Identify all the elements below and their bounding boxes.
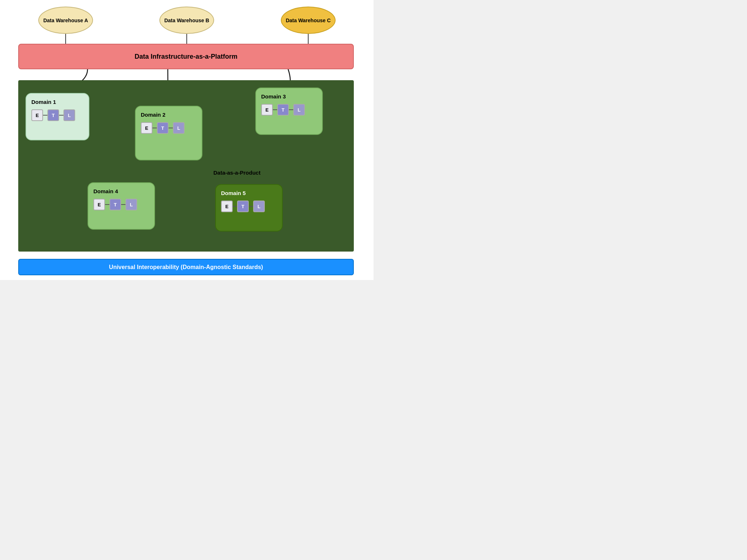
domain-5-l: L — [253, 201, 265, 212]
domain-3-title: Domain 3 — [261, 93, 317, 100]
domain-1-l: L — [63, 109, 75, 121]
domain-3-t: T — [277, 104, 289, 116]
domain-4-title: Domain 4 — [93, 188, 149, 194]
domain-1-box: Domain 1 E T L — [26, 93, 89, 140]
warehouse-a-label: Data Warehouse A — [43, 18, 88, 23]
etl-line — [273, 109, 277, 110]
domain-4-l: L — [125, 199, 137, 210]
domain-2-l: L — [173, 122, 185, 134]
domain-5-box: Domain 5 E T L — [215, 184, 283, 232]
domain-2-box: Domain 2 E T L — [135, 106, 202, 160]
warehouse-b: Data Warehouse B — [159, 7, 214, 34]
domain-1-etl: E T L — [31, 109, 84, 121]
domain-4-etl: E T L — [93, 199, 149, 210]
domain-1-title: Domain 1 — [31, 99, 84, 105]
domain-3-e: E — [261, 104, 273, 116]
bottom-bar-label: Universal Interoperability (Domain-Agnos… — [109, 264, 263, 271]
domain-5-t: T — [237, 201, 249, 212]
warehouse-b-label: Data Warehouse B — [164, 18, 209, 23]
etl-line — [152, 128, 157, 128]
domain-2-t: T — [157, 122, 169, 134]
domain-3-etl: E T L — [261, 104, 317, 116]
warehouse-a: Data Warehouse A — [38, 7, 93, 34]
domain-3-l: L — [293, 104, 305, 116]
warehouse-c: Data Warehouse C — [281, 7, 336, 34]
etl-line — [289, 109, 293, 110]
infra-bar: Data Infrastructure-as-a-Platform — [18, 44, 354, 69]
domain-4-t: T — [109, 199, 121, 210]
domain-4-e: E — [93, 199, 105, 210]
warehouse-c-label: Data Warehouse C — [286, 18, 330, 23]
domain-2-e: E — [141, 122, 152, 134]
dap-label: Data-as-a-Product — [213, 170, 260, 176]
bottom-bar: Universal Interoperability (Domain-Agnos… — [18, 259, 354, 275]
domain-1-e: E — [31, 109, 43, 121]
domain-3-box: Domain 3 E T L — [255, 88, 323, 135]
etl-line — [43, 115, 47, 116]
domain-5-etl: E T L — [221, 201, 277, 212]
main-canvas: Data Warehouse A Data Warehouse B Data W… — [0, 0, 374, 280]
infra-label: Data Infrastructure-as-a-Platform — [135, 53, 237, 61]
domain-2-etl: E T L — [141, 122, 197, 134]
etl-line — [249, 206, 253, 207]
domain-2-title: Domain 2 — [141, 112, 197, 118]
etl-line — [169, 128, 173, 128]
domain-5-title: Domain 5 — [221, 190, 277, 196]
etl-line — [121, 204, 125, 205]
etl-line — [105, 204, 109, 205]
etl-line — [59, 115, 63, 116]
etl-line — [233, 206, 237, 207]
domain-1-t: T — [47, 109, 59, 121]
domain-5-e: E — [221, 201, 233, 212]
domain-4-box: Domain 4 E T L — [88, 182, 155, 230]
